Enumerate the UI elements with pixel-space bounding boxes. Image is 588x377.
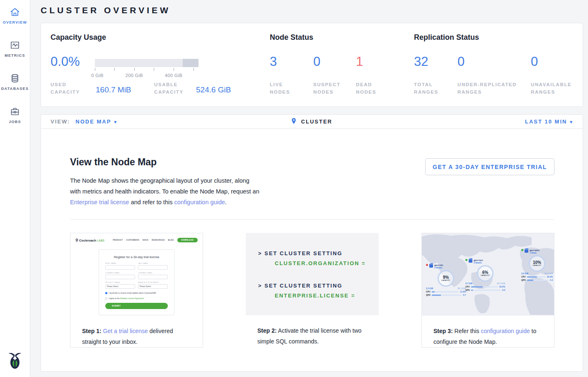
cluster-breadcrumb: CLUSTER (41, 118, 583, 126)
home-icon (10, 7, 20, 17)
unavailable-ranges-value: 0 (531, 54, 538, 69)
mini-nav-item: RESOURCES (152, 239, 165, 241)
dead-nodes-label: DEAD NODES (356, 81, 389, 96)
enterprise-trial-button[interactable]: GET A 30-DAY ENTERPRISE TRIAL (425, 158, 554, 175)
node-stack-icon (429, 264, 433, 268)
mini-nav-item: BLOG (168, 239, 174, 241)
tick-label: 200 GiB (126, 73, 143, 78)
node-map-heading: View the Node Map (70, 157, 157, 168)
unavailable-ranges-label: UNAVAILABLE RANGES (531, 81, 576, 96)
under-replicated-ranges-value: 0 (457, 54, 465, 69)
mini-nav-item: CUSTOMERS (126, 239, 139, 241)
step1-card: ⚲ Cockroach LABS PRODUCT CUSTOMERS DOCS … (70, 233, 203, 348)
get-trial-license-link[interactable]: Get a trial license (103, 328, 148, 334)
databases-icon (10, 73, 20, 84)
usable-capacity-value: 524.6 GiB (196, 85, 231, 94)
capacity-usage-title: Capacity Usage (51, 33, 106, 42)
total-ranges-label: TOTAL RANGES (414, 81, 451, 96)
metrics-icon (10, 40, 20, 51)
registration-screenshot: ⚲ Cockroach LABS PRODUCT CUSTOMERS DOCS … (70, 233, 203, 316)
replication-status-title: Replication Status (414, 33, 479, 42)
divider (70, 219, 554, 220)
node-map-panel: View the Node Map The Node Map shows the… (41, 128, 583, 372)
mini-input (138, 265, 168, 270)
suspect-nodes-label: SUSPECT NODES (313, 81, 346, 96)
step1-caption: Step 1: Get a trial license delivered st… (70, 316, 203, 347)
mini-checkbox-checked (105, 292, 107, 294)
mini-checkbox (105, 297, 107, 300)
sidebar: OVERVIEW METRICS DATABASES JOBS (0, 0, 30, 377)
step3-caption: Step 3: Refer this configuration guide t… (422, 316, 554, 347)
mini-submit-button: SUBMIT (105, 303, 168, 309)
capacity-bar-ticks (95, 68, 198, 72)
map-pin-icon (291, 119, 299, 126)
enterprise-trial-license-link[interactable]: Enterprise trial license (70, 199, 129, 205)
time-range-dropdown[interactable]: LAST 10 MIN▾ (525, 118, 573, 125)
step3-card: geo=sfo2 Nodes 9%CAPACITY 3.2 GiB35.1 Gi… (421, 233, 554, 348)
mini-download-button: DOWNLOAD (177, 238, 198, 242)
live-nodes-label: LIVE NODES (270, 81, 303, 96)
usable-capacity-label: USABLE CAPACITY (154, 81, 191, 96)
suspect-nodes-value: 0 (313, 54, 320, 69)
sidebar-item-databases[interactable]: DATABASES (0, 73, 30, 91)
status-dot-green (465, 259, 467, 261)
capacity-bar: 0 GiB 200 GiB 400 GiB (95, 59, 198, 79)
tick-label: 0 GiB (91, 73, 104, 78)
status-dot-red (426, 264, 428, 266)
used-capacity-label: USED CAPACITY (51, 81, 88, 96)
node-status-title: Node Status (270, 33, 313, 42)
sidebar-item-label: OVERVIEW (3, 20, 27, 24)
mini-select: Please Select (105, 284, 135, 289)
sidebar-item-overview[interactable]: OVERVIEW (0, 7, 30, 24)
locality-ams: geo=ams1 Node 10%CAPACITY 3.6 GiB36.4 Gi… (521, 249, 553, 281)
node-map-description: The Node Map shows the geographical layo… (70, 175, 261, 208)
mini-form-title: Register for a 30-day trial license (105, 255, 168, 259)
status-dot-green (521, 249, 523, 251)
sidebar-item-label: DATABASES (1, 87, 29, 91)
mini-nav-item: DOCS (143, 239, 148, 241)
sidebar-item-label: METRICS (5, 53, 25, 58)
view-bar: VIEW: NODE MAP▾ CLUSTER LAST 10 MIN▾ (41, 114, 583, 129)
cluster-summary-panel: Capacity Usage 0.0% 0 GiB 200 GiB 400 Gi… (41, 23, 583, 107)
tick-label: 400 GiB (165, 73, 183, 78)
node-stack-icon (525, 249, 528, 253)
sidebar-item-label: JOBS (9, 120, 21, 124)
step2-caption: Step 2: Activate the trial license with … (246, 315, 379, 347)
configuration-guide-link[interactable]: configuration guide (481, 328, 530, 334)
sidebar-item-metrics[interactable]: METRICS (0, 40, 30, 58)
locality-sfo: geo=sfo2 Nodes 9%CAPACITY 3.2 GiB35.1 Gi… (426, 264, 466, 296)
configuration-guide-link[interactable]: configuration guide (174, 199, 225, 205)
mini-input (138, 275, 168, 279)
mini-input (105, 275, 135, 279)
live-nodes-value: 3 (270, 54, 277, 69)
total-ranges-value: 32 (414, 54, 428, 69)
dead-nodes-value: 1 (356, 54, 363, 69)
mini-sla-link: Software License Agreement. (120, 297, 145, 300)
used-capacity-value: 160.7 MiB (96, 85, 131, 94)
sidebar-item-jobs[interactable]: JOBS (0, 106, 30, 124)
sql-commands-graphic: > SET CLUSTER SETTING CLUSTER.ORGANIZATI… (246, 233, 379, 315)
mini-nav-item: PRODUCT (113, 239, 123, 241)
cockroach-bug-icon: ⚲ (75, 238, 78, 242)
locality-nyc: geo=nyc2 Nodes 6%CAPACITY 3.7 GiB43.7 Gi… (465, 259, 505, 291)
capacity-bar-reserved-segment (183, 59, 198, 67)
chevron-down-icon: ▾ (570, 119, 573, 124)
capacity-percent: 0.0% (51, 54, 80, 69)
cockroachdb-logo (7, 350, 23, 372)
mini-input (105, 265, 135, 270)
cockroach-labs-wordmark: ⚲ Cockroach LABS (75, 238, 104, 242)
mini-select: Please Select (138, 284, 168, 289)
jobs-icon (10, 106, 20, 117)
node-map-preview: geo=sfo2 Nodes 9%CAPACITY 3.2 GiB35.1 Gi… (422, 233, 554, 316)
mini-trial-form: Register for a 30-day trial license FIRS… (99, 249, 174, 315)
under-replicated-ranges-label: UNDER-REPLICATED RANGES (457, 81, 524, 96)
page-title: CLUSTER OVERVIEW (41, 5, 171, 15)
step2-card: > SET CLUSTER SETTING CLUSTER.ORGANIZATI… (246, 233, 379, 348)
node-stack-icon (469, 259, 472, 263)
